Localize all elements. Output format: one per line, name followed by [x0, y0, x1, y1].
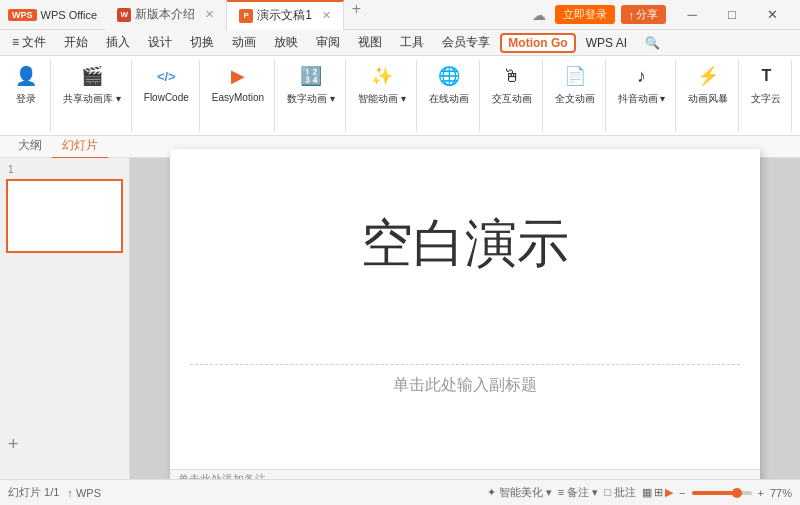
notes-button[interactable]: ≡ 备注 ▾: [558, 485, 599, 500]
status-left: 幻灯片 1/1 ↑ WPS: [8, 485, 479, 500]
tab-ppt-close[interactable]: ✕: [322, 9, 331, 22]
ribbon-digit-btn[interactable]: 🔢 数字动画 ▾: [283, 60, 339, 108]
menu-search-icon[interactable]: 🔍: [637, 34, 668, 52]
ribbon-share-library-btn[interactable]: 🎬 共享动画库 ▾: [59, 60, 125, 108]
status-right: ✦ 智能美化 ▾ ≡ 备注 ▾ □ 批注 ▦ ⊞ ▶ − + 77%: [487, 485, 792, 500]
flowcode-icon: </>: [152, 62, 180, 90]
tab-intro[interactable]: W 新版本介绍 ✕: [105, 0, 227, 30]
zoom-slider-knob: [732, 488, 742, 498]
ribbon-group-digit: 🔢 数字动画 ▾: [283, 60, 346, 132]
motion-go-button[interactable]: Motion Go: [500, 33, 575, 53]
ribbon-tiktok-btn[interactable]: ♪ 抖音动画 ▾: [614, 60, 670, 108]
statusbar: 幻灯片 1/1 ↑ WPS ✦ 智能美化 ▾ ≡ 备注 ▾ □ 批注 ▦ ⊞ ▶…: [0, 479, 800, 505]
storm-icon: ⚡: [694, 62, 722, 90]
wps-logo: WPS WPS Office: [0, 9, 105, 21]
ribbon-group-storm: ⚡ 动画风暴: [684, 60, 739, 132]
menu-view[interactable]: 视图: [350, 32, 390, 53]
share-button[interactable]: ↑分享: [621, 5, 667, 24]
zoom-slider[interactable]: [692, 491, 752, 495]
ribbon-smart-btn[interactable]: ✨ 智能动画 ▾: [354, 60, 410, 108]
menu-file[interactable]: ≡ 文件: [4, 32, 54, 53]
titlebar: WPS WPS Office W 新版本介绍 ✕ P 演示文稿1 ✕ + ☁ 立…: [0, 0, 800, 30]
zoom-plus-button[interactable]: +: [758, 487, 764, 499]
ribbon-storm-btn[interactable]: ⚡ 动画风暴: [684, 60, 732, 108]
menu-review[interactable]: 审阅: [308, 32, 348, 53]
add-slide-button[interactable]: +: [8, 434, 19, 455]
beauty-button[interactable]: ✦ 智能美化 ▾: [487, 485, 552, 500]
zoom-slider-fill: [692, 491, 734, 495]
share-icon: ↑: [629, 9, 635, 21]
ribbon-full-btn[interactable]: 📄 全文动画: [551, 60, 599, 108]
slide-thumbnail[interactable]: [6, 179, 123, 253]
close-window-button[interactable]: ✕: [752, 0, 792, 30]
login-label: 登录: [16, 92, 36, 106]
menu-slideshow[interactable]: 放映: [266, 32, 306, 53]
grid-view-icon[interactable]: ⊞: [654, 486, 663, 499]
menu-transition[interactable]: 切换: [182, 32, 222, 53]
ribbon-group-easymotion: ▶ EasyMotion: [208, 60, 275, 132]
menu-wps-ai[interactable]: WPS AI: [578, 34, 635, 52]
zoom-level-label: 77%: [770, 487, 792, 499]
tab-intro-close[interactable]: ✕: [205, 8, 214, 21]
ribbon-group-full: 📄 全文动画: [551, 60, 606, 132]
slide-subtitle-area[interactable]: 单击此处输入副标题: [190, 364, 740, 396]
share-library-label: 共享动画库 ▾: [63, 92, 121, 106]
ribbon-wordcloud-btn[interactable]: T 文字云: [747, 60, 785, 108]
menubar: ≡ 文件 开始 插入 设计 切换 动画 放映 审阅 视图 工具 会员专享 Mot…: [0, 30, 800, 56]
ribbon-group-wordcloud: T 文字云: [747, 60, 792, 132]
slide-panel: 1 +: [0, 158, 130, 479]
slide-thumb-content: [8, 181, 114, 251]
menu-start[interactable]: 开始: [56, 32, 96, 53]
ribbon-flowcode-btn[interactable]: </> FlowCode: [140, 60, 193, 105]
tab-slides[interactable]: 幻灯片: [52, 134, 108, 159]
canvas-area: 空白演示 单击此处输入副标题 单击此处添加备注: [130, 158, 800, 479]
ribbon-group-smart: ✨ 智能动画 ▾: [354, 60, 417, 132]
play-button[interactable]: ▶: [665, 486, 673, 499]
login-icon: 👤: [12, 62, 40, 90]
ribbon-group-flowcode: </> FlowCode: [140, 60, 200, 132]
smart-label: 智能动画 ▾: [358, 92, 406, 106]
maximize-button[interactable]: □: [712, 0, 752, 30]
ribbon-group-tiktok: ♪ 抖音动画 ▾: [614, 60, 677, 132]
share-label: 分享: [636, 7, 658, 22]
tab-ppt-icon: P: [239, 9, 253, 23]
slide-canvas[interactable]: 空白演示 单击此处输入副标题 单击此处添加备注: [170, 149, 760, 489]
ribbon-easymotion-btn[interactable]: ▶ EasyMotion: [208, 60, 268, 105]
menu-design[interactable]: 设计: [140, 32, 180, 53]
normal-view-icon[interactable]: ▦: [642, 486, 652, 499]
interact-label: 交互动画: [492, 92, 532, 106]
login-button[interactable]: 立即登录: [555, 5, 615, 24]
tab-ppt[interactable]: P 演示文稿1 ✕: [227, 0, 344, 30]
main-area: 1 + 空白演示 单击此处输入副标题 单击此处添加备注: [0, 158, 800, 479]
ribbon-login-btn[interactable]: 👤 登录: [8, 60, 44, 108]
slide-title-text: 空白演示: [361, 214, 569, 272]
slide-title-area[interactable]: 空白演示: [190, 209, 740, 279]
ribbon-group-interact: 🖱 交互动画: [488, 60, 543, 132]
online-label: 在线动画: [429, 92, 469, 106]
view-icons: ▦ ⊞ ▶: [642, 486, 673, 499]
ribbon-interact-btn[interactable]: 🖱 交互动画: [488, 60, 536, 108]
easymotion-label: EasyMotion: [212, 92, 264, 103]
wps-status-label[interactable]: ↑ WPS: [67, 487, 101, 499]
ribbon-online-btn[interactable]: 🌐 在线动画: [425, 60, 473, 108]
menu-vip[interactable]: 会员专享: [434, 32, 498, 53]
comments-button[interactable]: □ 批注: [604, 485, 636, 500]
full-icon: 📄: [561, 62, 589, 90]
tab-outline[interactable]: 大纲: [8, 134, 52, 159]
smart-icon: ✨: [368, 62, 396, 90]
slide-count-label: 幻灯片 1/1: [8, 485, 59, 500]
menu-tools[interactable]: 工具: [392, 32, 432, 53]
ribbon-group-online: 🌐 在线动画: [425, 60, 480, 132]
digit-icon: 🔢: [297, 62, 325, 90]
add-tab-button[interactable]: +: [344, 0, 369, 30]
menu-animation[interactable]: 动画: [224, 32, 264, 53]
tab-ppt-label: 演示文稿1: [257, 7, 312, 24]
tabs-area: W 新版本介绍 ✕ P 演示文稿1 ✕ +: [105, 0, 528, 30]
slide-number: 1: [8, 164, 121, 175]
flowcode-label: FlowCode: [144, 92, 189, 103]
zoom-minus-button[interactable]: −: [679, 487, 685, 499]
tiktok-icon: ♪: [628, 62, 656, 90]
cloud-button[interactable]: ☁: [529, 5, 549, 25]
menu-insert[interactable]: 插入: [98, 32, 138, 53]
minimize-button[interactable]: ─: [672, 0, 712, 30]
